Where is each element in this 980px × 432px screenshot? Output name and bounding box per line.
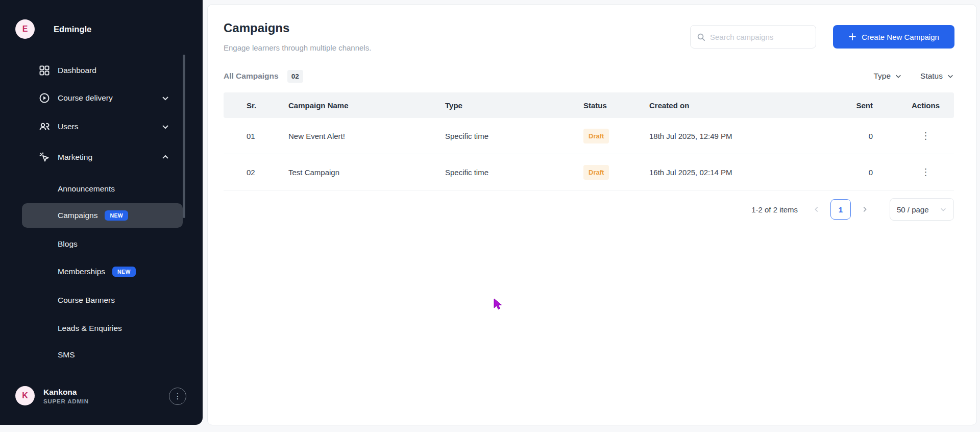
brand: E Edmingle xyxy=(15,19,91,39)
kebab-icon: ⋮ xyxy=(174,392,182,401)
col-header-sent: Sent xyxy=(795,101,897,110)
page-title: Campaigns xyxy=(224,21,289,35)
new-badge: NEW xyxy=(105,210,128,221)
pagination-next-button[interactable] xyxy=(857,202,872,217)
chevron-down-icon xyxy=(947,73,954,80)
status-badge-draft: Draft xyxy=(583,165,609,180)
page-size-value: 50 / page xyxy=(897,205,929,214)
sidebar-item-users[interactable]: Users xyxy=(22,114,183,139)
table-row[interactable]: 02 Test Campaign Specific time Draft 16t… xyxy=(224,154,954,190)
sidebar-item-sms[interactable]: SMS xyxy=(22,343,183,367)
sidebar-scrollbar[interactable] xyxy=(183,55,185,218)
row-campaign-name: New Event Alert! xyxy=(276,132,433,140)
search-input[interactable] xyxy=(710,33,810,41)
page-subtitle: Engage learners through multiple channel… xyxy=(224,43,371,52)
sidebar-item-label: Dashboard xyxy=(58,66,96,75)
table-row[interactable]: 01 New Event Alert! Specific time Draft … xyxy=(224,118,954,154)
row-sr: 02 xyxy=(224,168,276,177)
sidebar-item-announcements[interactable]: Announcements xyxy=(22,177,183,201)
pagination-prev-button[interactable] xyxy=(809,202,824,217)
tab-all-campaigns[interactable]: All Campaigns xyxy=(224,71,279,81)
campaigns-table: Sr. Campaign Name Type Status Created on… xyxy=(224,92,954,190)
status-badge-draft: Draft xyxy=(583,129,609,143)
campaign-count-badge: 02 xyxy=(287,70,303,83)
col-header-sr: Sr. xyxy=(224,101,276,110)
chevron-right-icon xyxy=(861,206,868,213)
row-created-on: 16th Jul 2025, 02:14 PM xyxy=(637,168,795,177)
sidebar-item-course-delivery[interactable]: Course delivery xyxy=(22,86,183,110)
col-header-actions: Actions xyxy=(897,101,954,110)
pagination-page-1[interactable]: 1 xyxy=(830,199,851,220)
type-filter-dropdown[interactable]: Type xyxy=(873,71,902,81)
page-size-select[interactable]: 50 / page xyxy=(890,198,954,221)
kebab-icon: ⋮ xyxy=(921,166,930,177)
sidebar-item-blogs[interactable]: Blogs xyxy=(22,232,183,256)
sidebar-item-marketing[interactable]: Marketing xyxy=(22,145,183,170)
kebab-icon: ⋮ xyxy=(921,130,930,141)
main-panel: Campaigns Engage learners through multip… xyxy=(207,4,977,425)
sidebar-item-label: Blogs xyxy=(58,239,78,249)
search-icon xyxy=(697,33,705,41)
row-type: Specific time xyxy=(433,132,571,140)
sidebar-item-label: Marketing xyxy=(58,153,92,162)
user-role: SUPER ADMIN xyxy=(43,398,89,404)
sidebar-item-label: Campaigns xyxy=(58,211,97,220)
table-header-row: Sr. Campaign Name Type Status Created on… xyxy=(224,92,954,118)
row-campaign-name: Test Campaign xyxy=(276,168,433,177)
chevron-down-icon xyxy=(895,73,902,80)
row-actions-menu-button[interactable]: ⋮ xyxy=(917,165,935,179)
sidebar-item-course-banners[interactable]: Course Banners xyxy=(22,288,183,313)
chevron-down-icon xyxy=(940,206,947,213)
sidebar-item-label: Leads & Enquiries xyxy=(58,324,122,333)
sidebar-item-label: Announcements xyxy=(58,184,115,194)
status-filter-label: Status xyxy=(920,71,943,81)
chevron-up-icon xyxy=(161,153,169,161)
sidebar-item-dashboard[interactable]: Dashboard xyxy=(22,58,183,83)
sidebar-item-label: SMS xyxy=(58,350,75,359)
row-sr: 01 xyxy=(224,132,276,140)
sidebar-item-campaigns[interactable]: Campaigns NEW xyxy=(22,203,183,228)
row-created-on: 18th Jul 2025, 12:49 PM xyxy=(637,132,795,140)
chevron-down-icon xyxy=(161,123,169,131)
toolbar: All Campaigns 02 Type Status xyxy=(224,68,954,84)
row-sent-count: 0 xyxy=(795,132,897,140)
user-profile[interactable]: K Kankona SUPER ADMIN xyxy=(15,386,89,405)
pagination: 1-2 of 2 items 1 50 / page xyxy=(224,198,954,221)
row-actions-menu-button[interactable]: ⋮ xyxy=(917,129,935,142)
sidebar-item-label: Memberships xyxy=(58,267,105,276)
sidebar: E Edmingle Dashboard Course delivery xyxy=(0,0,203,425)
search-box xyxy=(690,25,816,49)
click-cursor-icon xyxy=(38,151,51,163)
user-menu-button[interactable]: ⋮ xyxy=(169,388,186,405)
dashboard-grid-icon xyxy=(38,64,51,77)
sidebar-item-label: Users xyxy=(58,122,78,131)
sidebar-item-label: Course Banners xyxy=(58,296,115,305)
sidebar-item-leads-enquiries[interactable]: Leads & Enquiries xyxy=(22,316,183,341)
brand-name: Edmingle xyxy=(54,25,91,34)
sidebar-item-memberships[interactable]: Memberships NEW xyxy=(22,259,183,284)
users-icon xyxy=(38,121,51,133)
play-circle-icon xyxy=(38,92,51,104)
new-badge: NEW xyxy=(112,267,136,277)
chevron-down-icon xyxy=(161,94,169,102)
plus-icon xyxy=(848,33,856,41)
user-name: Kankona xyxy=(43,387,89,397)
col-header-campaign-name: Campaign Name xyxy=(276,101,433,110)
user-avatar: K xyxy=(15,386,35,405)
type-filter-label: Type xyxy=(873,71,891,81)
col-header-type: Type xyxy=(433,101,571,110)
brand-avatar: E xyxy=(15,19,35,39)
row-type: Specific time xyxy=(433,168,571,177)
pagination-summary: 1-2 of 2 items xyxy=(751,205,798,214)
status-filter-dropdown[interactable]: Status xyxy=(920,71,954,81)
row-sent-count: 0 xyxy=(795,168,897,177)
create-new-campaign-button[interactable]: Create New Campaign xyxy=(833,25,954,49)
sidebar-item-label: Course delivery xyxy=(58,93,113,103)
col-header-status: Status xyxy=(571,101,637,110)
create-new-campaign-label: Create New Campaign xyxy=(862,33,939,41)
col-header-created-on: Created on xyxy=(637,101,795,110)
chevron-left-icon xyxy=(813,206,820,213)
